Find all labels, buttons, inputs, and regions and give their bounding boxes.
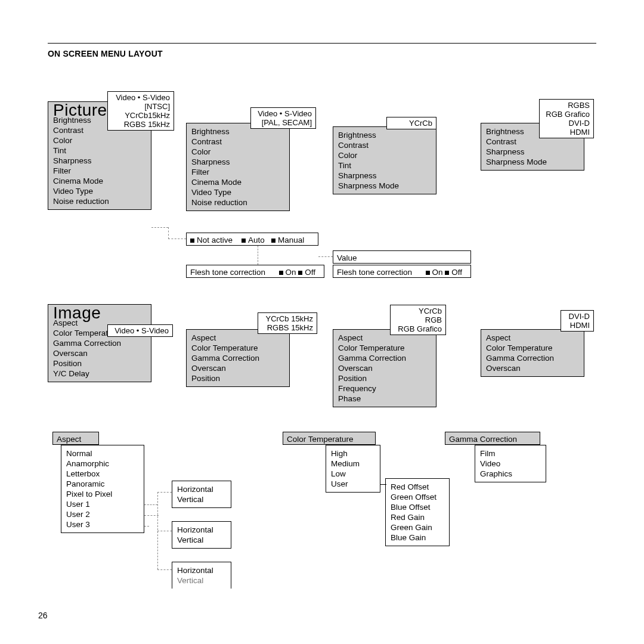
picture-col2-tag: Video • S-Video [PAL, SECAM]	[250, 107, 316, 129]
image-col4-tag: DVI-D HDMI	[561, 310, 594, 332]
list-item: User 1	[66, 499, 139, 509]
list-item: High	[331, 448, 375, 459]
tag-line: RGBS 15kHz	[112, 120, 170, 129]
list-item: Sharpness Mode	[338, 181, 431, 191]
tag-line: YCrCb	[391, 119, 432, 128]
gc-list: Film Video Graphics	[475, 445, 546, 482]
tag-line: YCrCb	[394, 306, 442, 315]
label: Flesh tone correction	[190, 268, 265, 277]
tag-line: RGB	[394, 315, 442, 324]
list-item: Horizontal	[177, 484, 226, 494]
list-item: Graphics	[480, 469, 541, 479]
image-col1: Image Aspect Color Temperature Gamma Cor…	[48, 304, 151, 382]
list-item: Overscan	[486, 363, 579, 373]
list-item: Overscan	[338, 363, 431, 373]
option: Manual	[278, 236, 304, 244]
aspect-title: Aspect	[52, 432, 99, 445]
option: Auto	[248, 236, 265, 244]
picture-col3-tag: YCrCb	[386, 117, 436, 129]
page-number: 26	[38, 611, 48, 620]
list-item: Pixel to Pixel	[66, 489, 139, 499]
bullet-icon	[279, 271, 283, 275]
ct-user-list: Red Offset Green Offset Blue Offset Red …	[385, 478, 450, 546]
bullet-icon	[298, 271, 302, 275]
list-item: Video	[480, 459, 541, 469]
flesh-left: Flesh tone correction On Off	[186, 265, 324, 278]
list-item: Contrast	[338, 140, 431, 150]
picture-col1-item: Sharpness	[53, 156, 146, 166]
list-item: Gamma Correction	[191, 353, 284, 363]
label: Value	[337, 253, 357, 262]
list-item: Color Temperature	[338, 343, 431, 353]
list-item: User 3	[66, 519, 139, 530]
list-item: Aspect	[486, 333, 579, 343]
list-item: Position	[191, 373, 284, 383]
picture-col1-item: Noise reduction	[53, 196, 146, 206]
value-row: Value	[333, 250, 471, 264]
nr-options: Not active Auto Manual	[186, 233, 318, 246]
list-item: Aspect	[191, 333, 284, 343]
list-item: Letterbox	[66, 469, 139, 479]
tag-line: Video • S-Video	[112, 93, 170, 102]
list-item: Color	[191, 147, 284, 157]
list-item: Sharpness	[191, 157, 284, 167]
aspect-list: Normal Anamorphic Letterbox Panoramic Pi…	[61, 445, 144, 533]
list-item: Gamma Correction	[486, 353, 579, 363]
list-item: Filter	[191, 167, 284, 177]
tag-line: DVI-D	[565, 312, 590, 321]
connector	[151, 227, 168, 228]
tag-line: RGB Grafico	[394, 324, 442, 333]
list-item: Panoramic	[66, 479, 139, 489]
list-item: Tint	[338, 160, 431, 171]
label: Aspect	[57, 435, 81, 444]
bullet-icon	[242, 239, 246, 243]
option: Off	[451, 268, 462, 277]
list-item: Color	[338, 150, 431, 160]
gc-title: Gamma Correction	[445, 432, 540, 445]
image-col2-tag: YCrCb 15kHz RGBS 15kHz	[258, 312, 317, 334]
list-item: Vertical	[177, 575, 226, 586]
list-item: Overscan	[191, 363, 284, 373]
list-item: Horizontal	[177, 565, 226, 575]
picture-col1-tag: Video • S-Video [NTSC] YCrCb15kHz RGBS 1…	[107, 91, 174, 131]
option: On	[286, 268, 296, 277]
image-col2: Aspect Color Temperature Gamma Correctio…	[186, 329, 290, 387]
list-item: Red Offset	[391, 482, 444, 492]
tag-line: YCrCb15kHz	[112, 111, 170, 120]
list-item: Position	[338, 373, 431, 383]
list-item: User 2	[66, 509, 139, 519]
label: Color Temperature	[287, 435, 354, 444]
tag-line: [PAL, SECAM]	[255, 118, 312, 127]
tag-line: RGBS	[543, 101, 590, 110]
option: Off	[305, 268, 315, 277]
list-item: Brightness	[338, 130, 431, 140]
tag-line: DVI-D	[543, 119, 590, 128]
picture-col1-item: Video Type	[53, 186, 146, 196]
picture-col3: Brightness Contrast Color Tint Sharpness…	[333, 126, 436, 194]
bullet-icon	[426, 271, 430, 275]
tag-line: RGB Grafico	[543, 110, 590, 119]
tag-line: HDMI	[543, 128, 590, 137]
image-col1-tag: Video • S-Video	[107, 324, 173, 337]
tag-line: RGBS 15kHz	[262, 323, 313, 332]
list-item: Low	[331, 469, 375, 479]
connector	[258, 246, 258, 265]
tag-line: YCrCb 15kHz	[262, 314, 313, 323]
list-item: Blue Gain	[391, 532, 444, 543]
bullet-icon	[445, 271, 449, 275]
section-title: ON SCREEN MENU LAYOUT	[48, 49, 163, 58]
list-item: Red Gain	[391, 512, 444, 522]
option: Not active	[197, 236, 233, 244]
list-item: Sharpness	[486, 147, 579, 157]
bullet-icon	[271, 239, 275, 243]
list-item: Green Offset	[391, 492, 444, 502]
hv-box-3: Horizontal Vertical	[172, 562, 231, 589]
list-item: Color Temperature	[191, 343, 284, 353]
connector	[168, 227, 169, 239]
picture-col1-item: Color	[53, 135, 146, 145]
list-item: Film	[480, 448, 541, 459]
connector	[157, 531, 172, 531]
list-item: Overscan	[53, 348, 146, 358]
picture-col4-tag: RGBS RGB Grafico DVI-D HDMI	[539, 99, 594, 138]
hv-box-1: Horizontal Vertical	[172, 481, 231, 508]
